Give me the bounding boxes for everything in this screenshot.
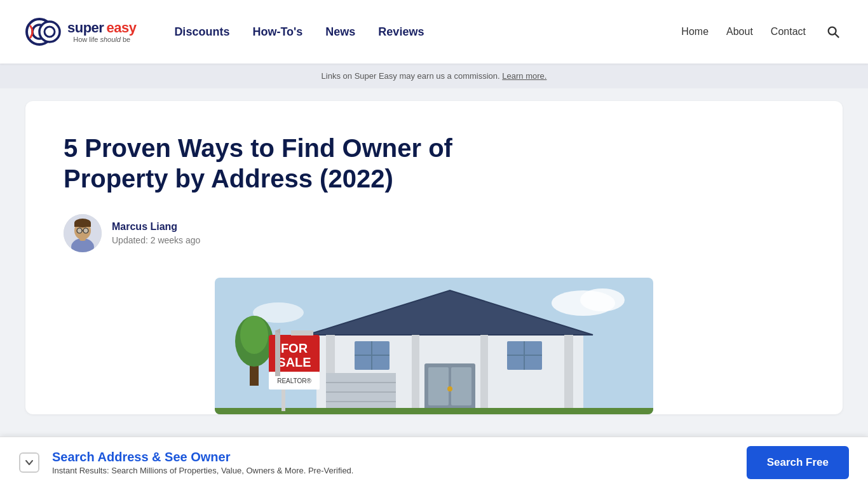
author-updated: Updated: 2 weeks ago: [112, 235, 200, 245]
avatar-image: [64, 214, 102, 252]
svg-point-34: [447, 386, 452, 391]
search-icon: [826, 25, 840, 39]
nav-about[interactable]: About: [726, 26, 753, 37]
article-image-container: FOR SALE REALTOR®: [64, 278, 804, 414]
svg-rect-11: [74, 223, 91, 227]
svg-rect-51: [275, 332, 280, 376]
sticky-subtitle: Instant Results: Search Millions of Prop…: [52, 466, 353, 475]
author-name: Marcus Liang: [112, 221, 200, 233]
sticky-bar: Search Address & See Owner Instant Resul…: [0, 437, 868, 488]
svg-rect-52: [291, 330, 313, 336]
svg-rect-39: [480, 335, 488, 411]
svg-text:FOR: FOR: [281, 341, 308, 355]
header-left: super easy How life should be Discounts …: [25, 13, 424, 50]
svg-rect-33: [451, 367, 471, 405]
logo-mark: [25, 13, 62, 50]
search-button[interactable]: [824, 22, 843, 41]
logo-brand-bottom: easy: [106, 21, 136, 35]
sticky-text-block: Search Address & See Owner Instant Resul…: [52, 450, 353, 475]
header-right: Home About Contact: [681, 22, 843, 41]
logo-tagline: How life should be: [67, 36, 136, 43]
secondary-nav: Home About Contact: [681, 26, 806, 37]
svg-rect-32: [428, 367, 449, 405]
svg-point-3: [44, 27, 55, 37]
chevron-down-icon: [24, 458, 34, 468]
article-hero-image: FOR SALE REALTOR®: [215, 278, 653, 414]
affiliate-learn-more[interactable]: Learn more.: [502, 71, 546, 81]
nav-howtos[interactable]: How-To's: [252, 25, 302, 39]
author-row: Marcus Liang Updated: 2 weeks ago: [64, 214, 804, 252]
nav-home[interactable]: Home: [681, 26, 709, 37]
svg-text:SALE: SALE: [277, 355, 311, 369]
svg-rect-44: [215, 408, 653, 414]
nav-contact[interactable]: Contact: [771, 26, 806, 37]
nav-news[interactable]: News: [325, 25, 355, 39]
main-nav: Discounts How-To's News Reviews: [174, 25, 424, 39]
nav-reviews[interactable]: Reviews: [378, 25, 424, 39]
sticky-title: Search Address & See Owner: [52, 450, 353, 464]
house-illustration: FOR SALE REALTOR®: [215, 278, 653, 414]
svg-point-13: [83, 228, 88, 233]
svg-text:REALTOR®: REALTOR®: [277, 377, 311, 384]
header: super easy How life should be Discounts …: [0, 0, 868, 64]
svg-point-21: [240, 316, 268, 354]
svg-point-12: [77, 228, 82, 233]
logo-brand-top: super: [67, 21, 104, 35]
nav-discounts[interactable]: Discounts: [174, 25, 229, 39]
svg-point-17: [580, 288, 625, 311]
sticky-search-button[interactable]: Search Free: [747, 446, 849, 479]
svg-point-4: [829, 27, 836, 35]
main-content: 5 Proven Ways to Find Owner of Property …: [0, 88, 868, 414]
sticky-bar-content: Search Address & See Owner Instant Resul…: [19, 450, 353, 475]
affiliate-text: Links on Super Easy may earn us a commis…: [322, 71, 500, 81]
author-avatar: [64, 214, 102, 252]
svg-rect-38: [412, 335, 419, 411]
logo-link[interactable]: super easy How life should be: [25, 13, 136, 50]
article-card: 5 Proven Ways to Find Owner of Property …: [25, 101, 843, 414]
author-info: Marcus Liang Updated: 2 weeks ago: [112, 221, 200, 245]
article-title: 5 Proven Ways to Find Owner of Property …: [64, 133, 458, 194]
collapse-button[interactable]: [19, 452, 39, 473]
svg-rect-37: [564, 335, 573, 411]
svg-line-5: [835, 34, 839, 37]
affiliate-banner: Links on Super Easy may earn us a commis…: [0, 64, 868, 88]
logo-text: super easy How life should be: [67, 21, 136, 43]
